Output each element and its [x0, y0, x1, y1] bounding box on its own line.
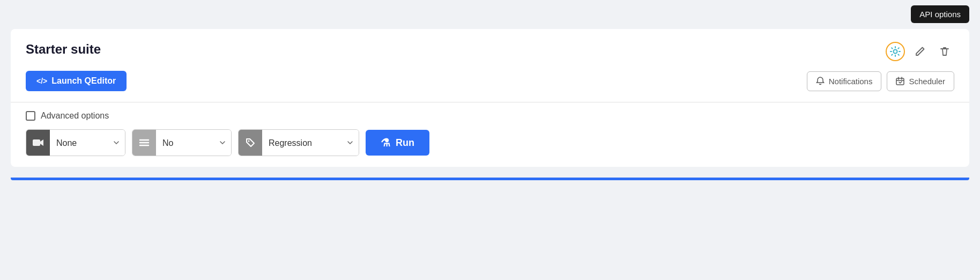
launch-qeditor-button[interactable]: </> Launch QEditor	[26, 71, 127, 91]
advanced-options-label: Advanced options	[41, 111, 109, 121]
type-select[interactable]: Regression	[262, 130, 359, 156]
svg-point-3	[248, 141, 250, 142]
record-select[interactable]: None	[50, 130, 125, 156]
card-toolbar: </> Launch QEditor Notifications	[26, 71, 954, 91]
lines-icon-box	[132, 130, 156, 156]
tag-icon-box	[239, 130, 262, 156]
svg-point-0	[894, 50, 897, 54]
launch-qeditor-label: Launch QEditor	[51, 76, 116, 86]
header-actions	[886, 42, 954, 61]
record-dropdown-group: None	[26, 129, 125, 156]
lines-icon	[139, 138, 150, 147]
notifications-button[interactable]: Notifications	[807, 71, 882, 91]
priority-select[interactable]: No	[156, 130, 231, 156]
toolbar-right: Notifications Scheduler	[807, 71, 954, 91]
run-label: Run	[396, 137, 414, 149]
svg-rect-2	[33, 139, 40, 146]
flask-icon: ⚗	[381, 136, 390, 149]
scheduler-button[interactable]: Scheduler	[887, 71, 954, 91]
advanced-options-checkbox[interactable]	[26, 111, 35, 121]
scheduler-label: Scheduler	[909, 77, 945, 86]
type-dropdown-group: Regression	[238, 129, 359, 156]
calendar-icon	[896, 77, 904, 85]
gear-icon	[889, 46, 901, 57]
tag-icon	[245, 137, 256, 148]
delete-button[interactable]	[935, 42, 954, 61]
advanced-options-row: Advanced options	[26, 111, 954, 121]
camera-icon-box	[26, 130, 50, 156]
delete-icon	[939, 46, 950, 57]
options-section: Advanced options None	[26, 102, 954, 167]
suite-title: Starter suite	[26, 42, 101, 57]
camera-icon	[32, 138, 44, 148]
card-header: Starter suite	[26, 40, 954, 61]
main-card: Starter suite	[11, 29, 969, 167]
bell-icon	[816, 77, 825, 85]
code-icon: </>	[36, 77, 47, 85]
tooltip-label: API options	[911, 5, 969, 23]
run-button[interactable]: ⚗ Run	[366, 130, 429, 156]
api-options-tooltip: API options	[911, 5, 969, 23]
dropdowns-row: None No	[26, 129, 954, 156]
svg-rect-1	[896, 78, 904, 85]
api-options-button[interactable]	[886, 42, 905, 61]
notifications-label: Notifications	[829, 77, 873, 86]
edit-icon	[915, 46, 925, 57]
priority-dropdown-group: No	[132, 129, 232, 156]
edit-button[interactable]	[910, 42, 930, 61]
bottom-bar	[11, 178, 969, 180]
